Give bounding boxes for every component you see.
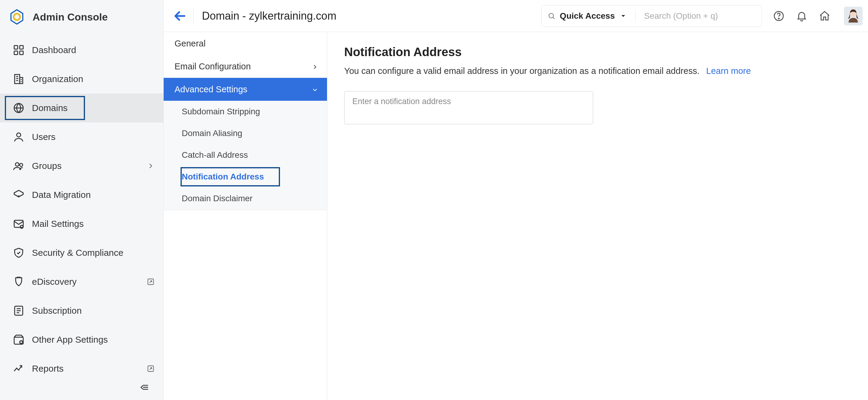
settings-panel: Notification Address You can configure a… — [327, 32, 868, 400]
sidebar-item-security[interactable]: Security & Compliance — [0, 238, 163, 267]
svg-rect-1 — [14, 46, 18, 49]
sidebar-item-dashboard[interactable]: Dashboard — [0, 36, 163, 64]
sidebar-item-other-app-settings[interactable]: Other App Settings — [0, 325, 163, 354]
sidebar-item-reports[interactable]: Reports — [0, 354, 163, 383]
sidebar-item-label: Data Migration — [32, 190, 155, 200]
subnav-sub-notification-address[interactable]: Notification Address — [164, 166, 327, 188]
home-button[interactable] — [818, 10, 831, 22]
sidebar-item-users[interactable]: Users — [0, 122, 163, 151]
subnav-sub-label: Subdomain Stripping — [182, 107, 260, 116]
notifications-button[interactable] — [796, 10, 808, 22]
svg-point-10 — [20, 164, 23, 167]
app-title: Admin Console — [33, 11, 107, 23]
subscription-icon — [13, 305, 25, 317]
subnav-sub-label: Domain Disclaimer — [182, 194, 253, 203]
content-region: General Email Configuration Advanced Set… — [164, 32, 868, 400]
svg-point-8 — [17, 133, 21, 137]
panel-description-text: You can configure a valid email address … — [344, 66, 700, 76]
caret-down-icon — [620, 12, 627, 20]
back-button[interactable] — [172, 8, 188, 24]
sidebar-item-groups[interactable]: Groups — [0, 151, 163, 180]
subnav-item-general[interactable]: General — [164, 32, 327, 55]
sidebar-item-label: Other App Settings — [32, 335, 155, 345]
user-avatar[interactable] — [844, 7, 863, 25]
mail-settings-icon — [13, 218, 25, 230]
dashboard-icon — [13, 44, 25, 56]
subnav-item-advanced-settings[interactable]: Advanced Settings — [164, 78, 327, 101]
sidebar-item-label: Domains — [32, 103, 155, 113]
svg-point-18 — [549, 13, 554, 18]
groups-icon — [13, 160, 25, 172]
advanced-settings-subgroup: Subdomain Stripping Domain Aliasing Catc… — [164, 101, 327, 210]
globe-icon — [13, 102, 25, 114]
sidebar-item-label: Reports — [32, 364, 139, 374]
subnav-sub-label: Notification Address — [182, 172, 264, 181]
sidebar-item-ediscovery[interactable]: eDiscovery — [0, 267, 163, 296]
external-link-icon — [147, 278, 155, 286]
quick-search-bar: Quick Access — [541, 5, 762, 27]
ediscovery-icon — [13, 276, 25, 288]
sidebar-item-label: Groups — [32, 161, 139, 171]
sidebar-item-label: Subscription — [32, 306, 155, 316]
subnav-sub-domain-disclaimer[interactable]: Domain Disclaimer — [164, 188, 327, 209]
apps-icon — [13, 334, 25, 346]
user-icon — [13, 131, 25, 143]
input-label: Enter a notification address — [352, 97, 585, 106]
svg-point-20 — [778, 18, 779, 19]
sidebar-item-label: Organization — [32, 74, 155, 84]
subnav-label: General — [175, 38, 206, 49]
migration-icon — [13, 189, 25, 201]
search-input[interactable] — [644, 11, 755, 21]
topbar: Domain - zylkertraining.com Quick Access — [164, 0, 868, 32]
subnav-sub-domain-aliasing[interactable]: Domain Aliasing — [164, 122, 327, 144]
main-region: Domain - zylkertraining.com Quick Access — [164, 0, 868, 400]
svg-rect-2 — [20, 46, 23, 49]
svg-point-9 — [16, 163, 19, 166]
svg-rect-6 — [20, 78, 23, 84]
notification-address-field[interactable]: Enter a notification address — [344, 91, 593, 124]
divider — [193, 8, 193, 24]
sidebar-item-label: Dashboard — [32, 45, 155, 55]
subnav-label: Email Configuration — [175, 61, 251, 72]
app-logo-icon — [8, 8, 25, 25]
reports-icon — [13, 363, 25, 375]
shield-icon — [13, 247, 25, 259]
sidebar-item-label: Users — [32, 132, 155, 142]
sidebar-item-mail-settings[interactable]: Mail Settings — [0, 209, 163, 238]
search-icon — [548, 12, 555, 20]
organization-icon — [13, 73, 25, 85]
sidebar-item-domains[interactable]: Domains — [0, 93, 163, 122]
subnav-label: Advanced Settings — [175, 84, 247, 94]
svg-rect-4 — [20, 51, 23, 55]
page-title: Domain - zylkertraining.com — [202, 10, 336, 22]
learn-more-link[interactable]: Learn more — [706, 66, 751, 76]
sidebar-item-label: eDiscovery — [32, 277, 139, 287]
sidebar-item-label: Mail Settings — [32, 219, 155, 229]
subnav-sub-catch-all-address[interactable]: Catch-all Address — [164, 144, 327, 166]
sidebar-item-subscription[interactable]: Subscription — [0, 296, 163, 325]
header-logo-row: Admin Console — [0, 0, 163, 36]
quick-access-dropdown[interactable]: Quick Access — [560, 11, 615, 21]
subnav-item-email-configuration[interactable]: Email Configuration — [164, 55, 327, 78]
sidebar-item-organization[interactable]: Organization — [0, 64, 163, 93]
svg-rect-3 — [14, 51, 18, 55]
sidebar-item-label: Security & Compliance — [32, 248, 155, 258]
panel-title: Notification Address — [344, 45, 868, 59]
divider — [635, 10, 636, 22]
sidebar-item-data-migration[interactable]: Data Migration — [0, 180, 163, 209]
svg-rect-5 — [15, 75, 20, 84]
sidebar-nav: Dashboard Organization Domains Users Gro… — [0, 36, 163, 383]
external-link-icon — [147, 364, 155, 373]
subnav-sub-label: Domain Aliasing — [182, 128, 242, 138]
subnav-sub-label: Catch-all Address — [182, 150, 248, 160]
settings-subnav: General Email Configuration Advanced Set… — [164, 32, 327, 400]
collapse-sidebar-button[interactable] — [138, 381, 150, 393]
chevron-down-icon — [311, 86, 318, 93]
help-button[interactable] — [773, 10, 785, 22]
notification-address-input[interactable] — [352, 106, 585, 116]
chevron-right-icon — [147, 162, 155, 170]
subnav-sub-subdomain-stripping[interactable]: Subdomain Stripping — [164, 101, 327, 122]
sidebar: Admin Console Dashboard Organization Dom… — [0, 0, 164, 400]
chevron-right-icon — [311, 63, 318, 70]
panel-description: You can configure a valid email address … — [344, 66, 868, 76]
